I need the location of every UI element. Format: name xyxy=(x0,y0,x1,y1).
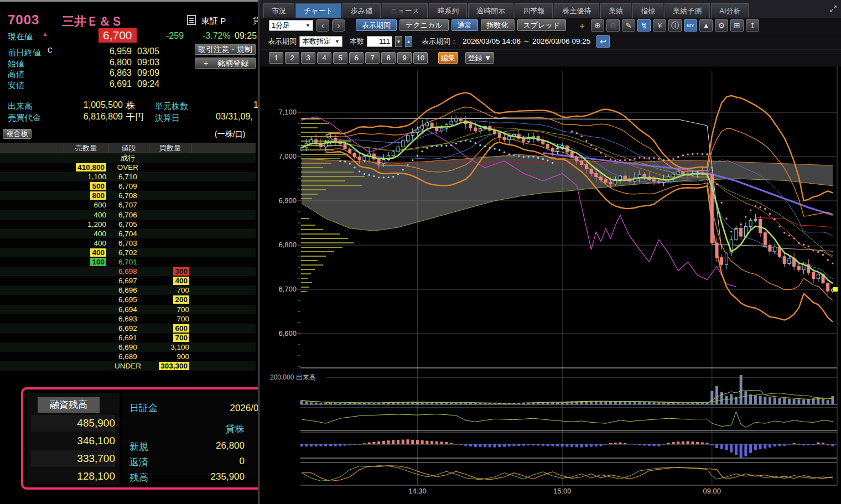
spread-button[interactable]: スプレッド xyxy=(517,19,567,31)
margin-history-value: 346,100 xyxy=(31,433,115,449)
order-book-row[interactable]: 6,691700 xyxy=(0,333,256,342)
settlement-label: 決算日 xyxy=(155,113,180,123)
reset-range-button[interactable]: ↩ xyxy=(596,35,610,48)
order-book-row[interactable]: 6,698300 xyxy=(0,267,256,276)
count-up-button[interactable]: ▲ xyxy=(405,36,412,47)
open-time: 09:03 xyxy=(137,58,159,67)
trade-caution-button[interactable]: 取引注意・規制 xyxy=(195,44,256,55)
yen-icon[interactable]: ￥ xyxy=(653,19,666,32)
tab-shikyo[interactable]: 市況 xyxy=(263,3,294,18)
prev-button[interactable]: ‹ xyxy=(316,19,329,32)
prev-close-label: 前日終値 xyxy=(8,48,41,58)
order-book-row[interactable]: 6,692600 xyxy=(0,324,256,333)
trend-cursor-icon[interactable]: ↯ xyxy=(637,19,651,32)
margin-row-kabu: 235,900 xyxy=(188,471,245,482)
preset-4-button[interactable]: 4 xyxy=(317,52,331,64)
preset-7-button[interactable]: 7 xyxy=(365,52,380,64)
period-mode-select[interactable]: 本数指定▼ xyxy=(299,36,342,47)
tab-news[interactable]: ニュース xyxy=(382,3,428,18)
svg-text:6,600: 6,600 xyxy=(278,329,297,337)
order-book-row[interactable]: 5006,709 xyxy=(0,181,256,191)
order-book-row[interactable]: 4006,706 xyxy=(0,210,256,220)
preset-10-button[interactable]: 10 xyxy=(413,52,428,64)
count-down-button[interactable]: ▼ xyxy=(395,36,402,47)
zoom-out-icon[interactable]: ⊖ xyxy=(606,19,620,32)
order-book-row[interactable]: 4006,702 xyxy=(0,248,256,257)
tab-jikeiretsu[interactable]: 時系列 xyxy=(429,3,467,18)
order-book-row[interactable]: UNDER303,300 xyxy=(0,361,256,371)
margin-history-value: 333,700 xyxy=(31,450,115,467)
order-book-row[interactable]: 1,2006,705 xyxy=(0,220,256,229)
order-book-row[interactable]: 1,1006,710 xyxy=(0,172,256,181)
order-book-row[interactable]: 410,800OVER xyxy=(0,163,256,172)
prev-close-flag: C xyxy=(48,46,53,54)
order-book-row[interactable]: 4006,704 xyxy=(0,229,256,238)
info-icon[interactable]: ⓘ xyxy=(668,19,682,32)
stock-code: 7003 xyxy=(8,12,39,28)
composite-board-button[interactable]: 複合板 xyxy=(3,129,32,139)
order-book-row[interactable]: 6,6903,100 xyxy=(0,342,256,352)
preset-bar: 12345678910 編集 登録 ▼ xyxy=(260,50,841,66)
export-icon[interactable]: ↥ xyxy=(746,19,759,32)
preset-6-button[interactable]: 6 xyxy=(349,52,364,64)
order-book-row[interactable]: 6,695200 xyxy=(0,295,256,304)
preset-8-button[interactable]: 8 xyxy=(381,52,396,64)
preset-2-button[interactable]: 2 xyxy=(285,52,299,64)
timeframe-select[interactable]: 1分足▼ xyxy=(269,20,313,31)
my-chart-icon[interactable]: MY xyxy=(684,19,697,32)
mountain-chart-icon[interactable]: ▲ xyxy=(699,19,713,32)
quote-time: 09:25 xyxy=(235,31,257,41)
order-book-row[interactable]: 6006,707 xyxy=(0,200,256,210)
preset-9-button[interactable]: 9 xyxy=(397,52,412,64)
shisuka-button[interactable]: 指数化 xyxy=(481,19,515,31)
order-book-row[interactable]: 6,696700 xyxy=(0,285,256,295)
add-watchlist-button[interactable]: ＋ 銘柄登録 xyxy=(195,58,256,69)
register-preset-button[interactable]: 登録 ▼ xyxy=(465,52,494,64)
settings-wrench-icon[interactable]: ⚙ xyxy=(715,19,728,32)
tab-ayumine[interactable]: 歩み値 xyxy=(342,3,381,18)
tab-chart[interactable]: チャート xyxy=(295,3,341,18)
tab-shihyo[interactable]: 指標 xyxy=(632,3,663,18)
current-price-label: 現在値 xyxy=(8,32,33,42)
order-book-row[interactable]: 6,693700 xyxy=(0,314,256,324)
print-icon[interactable]: ⊞ xyxy=(730,19,744,32)
sell-qty-header: 売数量 xyxy=(64,143,108,153)
hyoji-kikan-button[interactable]: 表示期間 xyxy=(356,19,397,31)
low-time: 09:24 xyxy=(137,79,159,89)
high-label: 高値 xyxy=(8,69,24,80)
preset-1-button[interactable]: 1 xyxy=(269,52,283,64)
tab-tekiji[interactable]: 適時開示 xyxy=(468,3,513,18)
order-book-row[interactable]: 成行 xyxy=(0,153,256,163)
order-book-row[interactable]: 6,694700 xyxy=(0,305,256,314)
order-book-row[interactable]: 6,689900 xyxy=(0,352,256,361)
tab-shikiho[interactable]: 四季報 xyxy=(515,3,553,18)
zoom-in-icon[interactable]: ⊕ xyxy=(591,19,604,32)
price-chart[interactable]: 7,1007,0006,9006,8006,7006,60014:3015:00… xyxy=(260,66,841,504)
tab-yosoku[interactable]: 業績予測 xyxy=(665,3,710,18)
order-book-row[interactable]: 6,697400 xyxy=(0,276,256,285)
edit-preset-button[interactable]: 編集 xyxy=(438,52,458,64)
tab-gyoseki[interactable]: 業績 xyxy=(600,3,631,18)
preset-3-button[interactable]: 3 xyxy=(301,52,315,64)
svg-text:7,100: 7,100 xyxy=(278,108,297,116)
expand-window-icon[interactable] xyxy=(829,4,838,13)
margin-row-label: 残高 xyxy=(129,471,148,484)
bar-count-input[interactable]: 111 xyxy=(367,36,392,47)
next-button[interactable]: › xyxy=(332,19,345,32)
order-book-row[interactable]: 8006,708 xyxy=(0,191,256,200)
list-icon[interactable] xyxy=(187,15,196,25)
chart-canvas[interactable]: 7,1007,0006,9006,8006,7006,60014:3015:00… xyxy=(260,66,841,504)
margin-flag-clipped: 貸 xyxy=(253,16,258,26)
preset-5-button[interactable]: 5 xyxy=(333,52,347,64)
order-book-row[interactable]: 4006,703 xyxy=(0,238,256,248)
margin-balance-popup: 融資残高 485,900346,100333,700128,100 日証金 20… xyxy=(21,387,258,490)
technical-button[interactable]: テクニカル xyxy=(399,19,449,31)
date-range: 2026/03/05 14:06 ～ 2026/03/06 09:25 xyxy=(463,37,590,46)
crosshair-icon[interactable]: ＋ xyxy=(575,19,589,32)
draw-pencil-icon[interactable]: ✎ xyxy=(622,19,635,32)
tab-ai[interactable]: AI分析 xyxy=(711,3,749,18)
tsujo-button[interactable]: 通常 xyxy=(451,19,478,31)
tab-yutai[interactable]: 株主優待 xyxy=(554,3,599,18)
order-book-row[interactable]: 1006,701 xyxy=(0,257,256,267)
margin-row-label: 新規 xyxy=(129,440,148,453)
